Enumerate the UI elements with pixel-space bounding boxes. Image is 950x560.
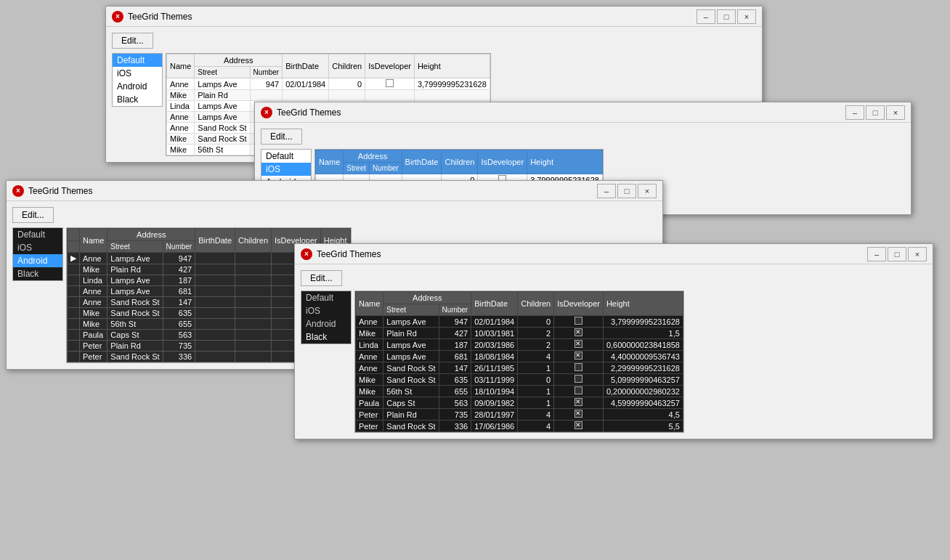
table-row: MikePlain Rd <box>167 90 490 101</box>
theme-item-default[interactable]: Default <box>113 54 162 67</box>
col-name-blk: Name <box>356 292 383 316</box>
theme-list-android[interactable]: Default iOS Android Black <box>12 227 63 281</box>
maximize-btn-android[interactable]: □ <box>617 184 636 198</box>
grid-black: Name Address BirthDate Children IsDevelo… <box>354 291 684 433</box>
col-address-ios: Address <box>344 150 402 163</box>
window-black[interactable]: × TeeGrid Themes – □ × Edit... Default i… <box>294 243 933 439</box>
table-row: Mike Sand Rock St 635 03/11/1999 0 5,099… <box>356 374 683 386</box>
table-row: Paula Caps St 563 09/09/1982 1 4,5999999… <box>356 397 683 409</box>
close-btn-ios[interactable]: × <box>886 105 905 120</box>
title-bar-black: × TeeGrid Themes – □ × <box>295 244 933 264</box>
window-controls-android[interactable]: – □ × <box>597 184 657 198</box>
theme-black-selected[interactable]: Black <box>301 330 351 344</box>
col-children-and: Children <box>235 229 272 253</box>
app-icon-black: × <box>301 248 312 260</box>
table-row: Mike 56th St 655 18/10/1994 1 0,20000000… <box>356 386 683 397</box>
app-icon-default: × <box>112 11 123 23</box>
theme-item-android-selected[interactable]: Android <box>13 254 62 267</box>
col-height: Height <box>414 54 490 78</box>
col-children-blk: Children <box>518 292 554 316</box>
col-isdeveloper-blk: IsDeveloper <box>554 292 604 316</box>
app-icon-ios: × <box>261 107 272 118</box>
table-row: Anne Lamps Ave 947 02/01/1984 0 3,799999… <box>356 316 683 328</box>
title-bar-android: × TeeGrid Themes – □ × <box>7 181 662 201</box>
title-bar-ios: × TeeGrid Themes – □ × <box>255 102 911 123</box>
edit-button-ios[interactable]: Edit... <box>261 129 302 145</box>
table-row: Peter Sand Rock St 336 17/06/1986 4 5,5 <box>356 421 683 432</box>
col-birthdate: BirthDate <box>283 54 329 78</box>
edit-button-default[interactable]: Edit... <box>112 33 153 49</box>
col-address-blk: Address <box>383 292 471 304</box>
app-icon-android: × <box>12 185 24 197</box>
col-name-ios: Name <box>316 150 344 174</box>
theme-android-blk[interactable]: Android <box>301 317 351 330</box>
col-birthdate-ios: BirthDate <box>402 150 442 174</box>
close-btn-black[interactable]: × <box>908 247 927 261</box>
close-btn-default[interactable]: × <box>737 9 756 24</box>
col-isdeveloper: IsDeveloper <box>365 54 415 78</box>
theme-item-android[interactable]: Android <box>113 80 162 93</box>
theme-item-black-and[interactable]: Black <box>13 267 62 280</box>
window-controls-ios[interactable]: – □ × <box>845 105 905 120</box>
title-bar-default: × TeeGrid Themes – □ × <box>106 7 762 27</box>
col-number: Number <box>250 67 283 78</box>
window-title-black: TeeGrid Themes <box>317 249 381 259</box>
col-children-ios: Children <box>442 150 478 174</box>
table-row: Peter Plain Rd 735 28/01/1997 4 4,5 <box>356 409 683 421</box>
theme-item-default-and[interactable]: Default <box>13 228 62 241</box>
theme-item-default-ios[interactable]: Default <box>261 150 311 163</box>
col-birthdate-and: BirthDate <box>195 229 235 253</box>
theme-list-black[interactable]: Default iOS Android Black <box>301 291 352 344</box>
col-children: Children <box>329 54 365 78</box>
minimize-btn-ios[interactable]: – <box>845 105 864 120</box>
table-row: AnneLamps Ave947 02/01/19840 3,799999952… <box>167 78 490 90</box>
table-row: Anne Lamps Ave 681 18/08/1984 4 4,400000… <box>356 351 683 362</box>
window-content-black: Edit... Default iOS Android Black Name A… <box>295 264 933 439</box>
theme-item-ios[interactable]: iOS <box>113 67 162 80</box>
col-name-and: Name <box>80 229 107 253</box>
col-street: Street <box>195 67 250 78</box>
table-row: Anne Sand Rock St 147 26/11/1985 1 2,299… <box>356 362 683 374</box>
col-address-and: Address <box>107 229 195 241</box>
theme-ios-blk[interactable]: iOS <box>301 304 351 317</box>
col-height-ios: Height <box>527 150 603 174</box>
theme-item-ios-and[interactable]: iOS <box>13 241 62 254</box>
window-title-android: TeeGrid Themes <box>28 186 92 196</box>
maximize-btn-default[interactable]: □ <box>717 9 736 24</box>
window-title-ios: TeeGrid Themes <box>277 107 341 118</box>
window-title-default: TeeGrid Themes <box>128 12 192 22</box>
col-height-blk: Height <box>603 292 683 316</box>
col-isdeveloper-ios: IsDeveloper <box>478 150 527 174</box>
minimize-btn-black[interactable]: – <box>867 247 886 261</box>
table-row: Mike Plain Rd 427 10/03/1981 2 1,5 <box>356 328 683 339</box>
theme-item-ios-selected[interactable]: iOS <box>261 163 311 176</box>
minimize-btn-default[interactable]: – <box>697 9 715 24</box>
close-btn-android[interactable]: × <box>638 184 657 198</box>
window-controls-default[interactable]: – □ × <box>697 9 756 24</box>
theme-default-blk[interactable]: Default <box>301 291 351 304</box>
maximize-btn-black[interactable]: □ <box>888 247 906 261</box>
edit-button-black[interactable]: Edit... <box>301 270 342 286</box>
theme-list-default[interactable]: Default iOS Android Black <box>112 53 163 107</box>
minimize-btn-android[interactable]: – <box>597 184 616 198</box>
col-birthdate-blk: BirthDate <box>471 292 518 316</box>
edit-button-android[interactable]: Edit... <box>12 207 54 223</box>
col-name: Name <box>167 54 195 78</box>
maximize-btn-ios[interactable]: □ <box>866 105 885 120</box>
table-row: Linda Lamps Ave 187 20/03/1986 2 0,60000… <box>356 339 683 351</box>
window-controls-black[interactable]: – □ × <box>867 247 927 261</box>
col-address: Address <box>195 54 283 67</box>
theme-item-black[interactable]: Black <box>113 93 162 106</box>
